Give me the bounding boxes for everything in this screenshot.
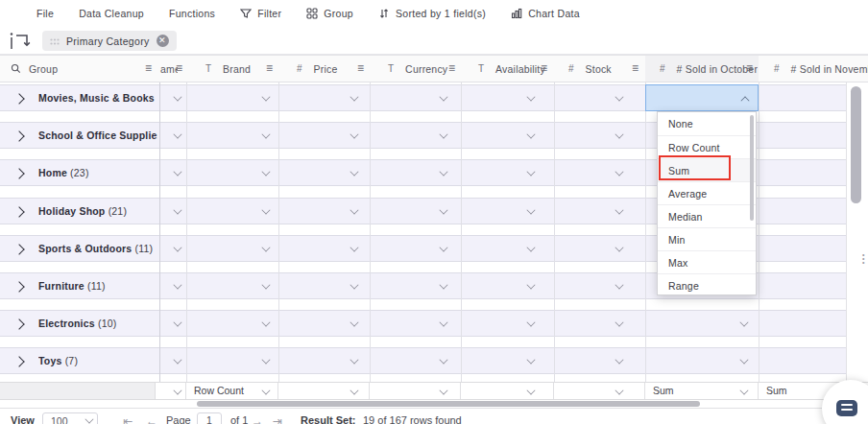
chevron-down-icon[interactable] xyxy=(261,92,270,101)
first-page-icon[interactable]: ⇤ xyxy=(123,414,133,424)
page-number-input[interactable]: 1 xyxy=(197,412,222,424)
chevron-down-icon[interactable] xyxy=(615,355,623,364)
column-menu-icon[interactable]: ≡ xyxy=(541,61,547,75)
agg-option-average[interactable]: Average xyxy=(658,181,756,204)
column-menu-icon[interactable]: ≡ xyxy=(176,61,182,75)
chevron-down-icon[interactable] xyxy=(173,92,181,101)
page-size-select[interactable]: 100 xyxy=(42,412,98,424)
menu-functions[interactable]: Functions xyxy=(169,8,215,19)
chevron-down-icon[interactable] xyxy=(439,280,447,289)
chevron-down-icon[interactable] xyxy=(261,280,270,289)
menu-group[interactable]: Group xyxy=(306,8,353,19)
chevron-down-icon[interactable] xyxy=(739,355,748,364)
chevron-down-icon[interactable] xyxy=(261,355,270,364)
chevron-down-icon[interactable] xyxy=(439,167,447,176)
expand-chevron-icon[interactable] xyxy=(13,206,24,217)
horizontal-scrollbar-thumb[interactable] xyxy=(197,401,700,407)
chevron-down-icon[interactable] xyxy=(261,243,270,251)
expand-chevron-icon[interactable] xyxy=(13,318,24,329)
expand-chevron-icon[interactable] xyxy=(13,244,24,254)
column-menu-icon[interactable]: ≡ xyxy=(266,61,273,75)
menu-filter[interactable]: Filter xyxy=(240,8,281,19)
chevron-down-icon[interactable] xyxy=(261,318,270,326)
column-menu-icon[interactable]: ≡ xyxy=(145,61,152,75)
column-menu-icon[interactable]: ≡ xyxy=(632,61,639,75)
expand-chevron-icon[interactable] xyxy=(13,130,24,141)
chevron-down-icon[interactable] xyxy=(526,243,535,251)
vertical-scrollbar-track[interactable]: ••• xyxy=(846,82,868,382)
chevron-down-icon[interactable] xyxy=(526,318,535,326)
chevron-down-icon[interactable] xyxy=(615,92,623,101)
chevron-down-icon[interactable] xyxy=(350,243,358,251)
chevron-down-icon[interactable] xyxy=(439,205,447,214)
chevron-down-icon[interactable] xyxy=(261,130,270,138)
column-header-october[interactable]: # # Sold in October 20.. xyxy=(645,56,758,82)
chevron-down-icon[interactable] xyxy=(173,167,181,176)
table-row[interactable]: Electronics (10) xyxy=(0,310,846,337)
chevron-down-icon[interactable] xyxy=(615,280,623,289)
next-page-icon[interactable]: → xyxy=(252,414,263,424)
previous-page-icon[interactable]: ← xyxy=(146,414,157,424)
agg-option-median[interactable]: Median xyxy=(658,204,756,227)
agg-option-none[interactable]: None xyxy=(658,112,756,135)
chevron-down-icon[interactable] xyxy=(173,355,181,364)
expand-chevron-icon[interactable] xyxy=(13,356,24,366)
chevron-up-icon[interactable] xyxy=(740,96,749,105)
search-icon[interactable] xyxy=(11,60,21,78)
menu-data-cleanup[interactable]: Data Cleanup xyxy=(79,8,144,19)
column-menu-icon[interactable]: ≡ xyxy=(746,61,753,75)
table-row[interactable]: Toys (7) xyxy=(0,347,846,374)
chevron-down-icon[interactable] xyxy=(526,92,535,101)
chevron-down-icon[interactable] xyxy=(615,318,623,326)
footer-select-stock[interactable] xyxy=(554,383,645,399)
chevron-down-icon[interactable] xyxy=(350,355,358,364)
chevron-down-icon[interactable] xyxy=(526,205,535,214)
chevron-down-icon[interactable] xyxy=(350,92,358,101)
chevron-down-icon[interactable] xyxy=(526,280,535,289)
column-menu-icon[interactable]: ≡ xyxy=(448,61,455,75)
aggregation-selector-cell[interactable] xyxy=(645,84,759,111)
chevron-down-icon[interactable] xyxy=(439,130,447,138)
menu-sorted[interactable]: Sorted by 1 field(s) xyxy=(378,8,486,19)
chevron-down-icon[interactable] xyxy=(615,243,623,251)
drag-handle-icon[interactable] xyxy=(50,35,60,47)
group-chip-primary-category[interactable]: Primary Category ✕ xyxy=(42,31,177,51)
chevron-down-icon[interactable] xyxy=(439,92,447,101)
vertical-scrollbar-thumb[interactable] xyxy=(851,86,861,203)
chevron-down-icon[interactable] xyxy=(439,318,447,326)
footer-select-availability[interactable] xyxy=(461,383,554,399)
chevron-down-icon[interactable] xyxy=(350,167,358,176)
chevron-down-icon[interactable] xyxy=(615,205,623,214)
column-menu-icon[interactable]: ≡ xyxy=(357,61,364,75)
chevron-down-icon[interactable] xyxy=(615,167,623,176)
column-header-november[interactable]: # # Sold in November 20 xyxy=(759,56,868,82)
column-header-stock[interactable]: # Stock xyxy=(554,56,643,82)
chevron-down-icon[interactable] xyxy=(739,318,748,326)
agg-option-range[interactable]: Range xyxy=(658,273,756,296)
chevron-down-icon[interactable] xyxy=(526,167,535,176)
chevron-down-icon[interactable] xyxy=(526,130,535,138)
chevron-down-icon[interactable] xyxy=(173,243,181,251)
chevron-down-icon[interactable] xyxy=(350,280,358,289)
chevron-down-icon[interactable] xyxy=(350,205,358,214)
chevron-down-icon[interactable] xyxy=(261,205,270,214)
chevron-down-icon[interactable] xyxy=(350,318,358,326)
chevron-down-icon[interactable] xyxy=(439,355,447,364)
chevron-down-icon[interactable] xyxy=(173,130,181,138)
expand-chevron-icon[interactable] xyxy=(13,168,24,178)
chevron-down-icon[interactable] xyxy=(526,355,535,364)
chevron-down-icon[interactable] xyxy=(261,167,270,176)
last-page-icon[interactable]: ⇥ xyxy=(273,414,282,424)
resize-handle-icon[interactable]: ••• xyxy=(862,253,865,265)
chevron-down-icon[interactable] xyxy=(173,280,181,289)
chevron-down-icon[interactable] xyxy=(615,130,623,138)
menu-chart-data[interactable]: Chart Data xyxy=(511,8,580,19)
dropdown-scrollbar-thumb[interactable] xyxy=(750,115,754,221)
expand-chevron-icon[interactable] xyxy=(13,281,24,292)
chevron-down-icon[interactable] xyxy=(173,318,181,326)
expand-chevron-icon[interactable] xyxy=(13,93,24,104)
chevron-down-icon[interactable] xyxy=(439,243,447,251)
chevron-down-icon[interactable] xyxy=(350,130,358,138)
agg-option-max[interactable]: Max xyxy=(658,250,756,273)
chip-close-icon[interactable]: ✕ xyxy=(157,35,169,47)
